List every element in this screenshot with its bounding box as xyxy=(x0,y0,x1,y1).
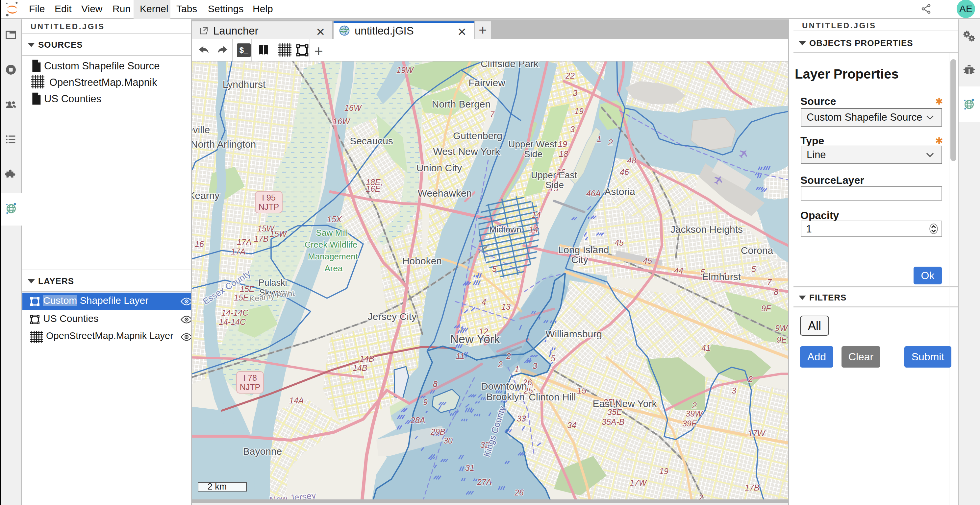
svg-text:Brooklyn: Brooklyn xyxy=(486,391,525,402)
svg-text:Corona: Corona xyxy=(741,245,773,256)
svg-text:19: 19 xyxy=(558,140,567,149)
svg-text:14: 14 xyxy=(531,210,541,219)
svg-text:NJTP: NJTP xyxy=(240,383,261,392)
svg-text:2: 2 xyxy=(692,401,697,410)
svg-text:9W: 9W xyxy=(775,324,788,333)
svg-text:9E: 9E xyxy=(761,304,772,313)
svg-text:14A: 14A xyxy=(289,396,304,405)
svg-text:Williamsburg: Williamsburg xyxy=(546,329,602,339)
svg-text:Long Island: Long Island xyxy=(558,244,609,255)
svg-text:28A: 28A xyxy=(410,416,425,425)
svg-text:17W: 17W xyxy=(630,478,648,487)
svg-text:15W: 15W xyxy=(270,229,288,238)
svg-text:3: 3 xyxy=(570,125,575,134)
svg-text:14-14C: 14-14C xyxy=(221,308,249,317)
svg-text:16W: 16W xyxy=(344,103,362,113)
svg-text:3: 3 xyxy=(533,361,537,370)
svg-text:16E: 16E xyxy=(366,184,380,193)
svg-text:11: 11 xyxy=(456,351,465,360)
svg-text:45: 45 xyxy=(614,238,624,247)
svg-text:Secaucus: Secaucus xyxy=(350,135,393,146)
svg-text:17A: 17A xyxy=(237,237,251,246)
svg-text:NJTP: NJTP xyxy=(259,202,279,211)
svg-text:New York: New York xyxy=(450,332,500,346)
svg-text:15X: 15X xyxy=(327,215,342,224)
svg-text:15E: 15E xyxy=(240,284,255,294)
svg-text:Upper East: Upper East xyxy=(531,170,577,180)
svg-text:7: 7 xyxy=(767,278,772,287)
svg-text:2: 2 xyxy=(506,351,511,360)
svg-text:Jackson Heights: Jackson Heights xyxy=(670,224,743,235)
svg-text:5: 5 xyxy=(492,264,497,273)
svg-text:5: 5 xyxy=(751,264,756,273)
svg-text:35A-B: 35A-B xyxy=(602,417,624,426)
svg-text:Midtown: Midtown xyxy=(490,225,522,234)
svg-text:22: 22 xyxy=(565,71,575,80)
svg-text:4: 4 xyxy=(482,297,486,306)
svg-text:5: 5 xyxy=(551,354,555,363)
svg-text:34: 34 xyxy=(567,421,576,430)
svg-text:Fairview: Fairview xyxy=(468,77,505,88)
svg-text:Kearny: Kearny xyxy=(192,190,220,201)
svg-text:1: 1 xyxy=(514,365,519,374)
svg-text:Downtown: Downtown xyxy=(481,381,527,392)
svg-text:46A: 46A xyxy=(586,189,601,198)
svg-text:8: 8 xyxy=(433,380,438,389)
svg-text:31: 31 xyxy=(465,463,474,472)
svg-text:7: 7 xyxy=(490,110,495,119)
svg-text:26: 26 xyxy=(514,488,524,497)
svg-text:Astoria: Astoria xyxy=(604,186,635,197)
svg-text:Jersey City: Jersey City xyxy=(368,311,417,322)
svg-text:2: 2 xyxy=(498,360,503,369)
svg-text:17B: 17B xyxy=(745,483,759,492)
svg-text:29B: 29B xyxy=(430,427,445,436)
svg-text:Union City: Union City xyxy=(417,162,462,173)
svg-text:3: 3 xyxy=(732,386,736,395)
svg-text:9E: 9E xyxy=(777,335,787,344)
svg-text:14B: 14B xyxy=(353,363,367,373)
svg-text:33: 33 xyxy=(517,414,526,423)
svg-text:eville: eville xyxy=(192,124,210,135)
svg-text:3: 3 xyxy=(573,89,578,98)
svg-text:16: 16 xyxy=(195,239,204,249)
svg-text:Pulaski: Pulaski xyxy=(258,278,287,288)
svg-text:14: 14 xyxy=(529,225,538,234)
svg-text:West New York: West New York xyxy=(433,146,500,157)
svg-text:9: 9 xyxy=(423,397,428,407)
svg-text:48: 48 xyxy=(627,156,636,165)
svg-text:30: 30 xyxy=(444,436,453,445)
svg-text:16W: 16W xyxy=(333,117,351,126)
svg-text:Creek Wildlife: Creek Wildlife xyxy=(305,240,357,249)
svg-text:13: 13 xyxy=(501,302,511,311)
svg-text:44: 44 xyxy=(674,266,683,275)
svg-text:2 km: 2 km xyxy=(208,482,227,492)
svg-text:I 78: I 78 xyxy=(243,373,257,383)
svg-text:Management: Management xyxy=(308,251,358,261)
svg-text:46: 46 xyxy=(620,167,629,176)
svg-text:39W: 39W xyxy=(686,409,703,418)
svg-text:North Bergen: North Bergen xyxy=(432,98,490,110)
svg-text:Lyndhurst: Lyndhurst xyxy=(223,79,266,90)
svg-text:17A: 17A xyxy=(231,247,245,256)
svg-text:19W: 19W xyxy=(396,65,414,75)
svg-text:18: 18 xyxy=(559,149,568,159)
svg-text:Cliffside Park: Cliffside Park xyxy=(480,62,539,69)
svg-text:City: City xyxy=(571,254,588,265)
svg-text:8: 8 xyxy=(774,287,778,297)
svg-text:14-14C: 14-14C xyxy=(219,317,246,327)
svg-text:Area: Area xyxy=(325,264,343,273)
svg-text:Bayonne: Bayonne xyxy=(243,446,282,457)
svg-text:I 95: I 95 xyxy=(262,193,276,202)
svg-text:19: 19 xyxy=(574,106,584,116)
svg-text:39E: 39E xyxy=(682,419,697,428)
svg-text:2: 2 xyxy=(608,138,613,147)
svg-text:North Arlington: North Arlington xyxy=(192,139,256,149)
svg-text:2: 2 xyxy=(698,493,703,499)
svg-text:1: 1 xyxy=(597,135,601,144)
svg-text:41: 41 xyxy=(702,343,711,353)
svg-text:Upper West: Upper West xyxy=(508,139,557,149)
svg-text:East New York: East New York xyxy=(592,398,657,409)
svg-text:Side: Side xyxy=(524,149,542,159)
svg-text:45: 45 xyxy=(643,256,652,265)
svg-text:Guttenberg: Guttenberg xyxy=(453,130,502,141)
